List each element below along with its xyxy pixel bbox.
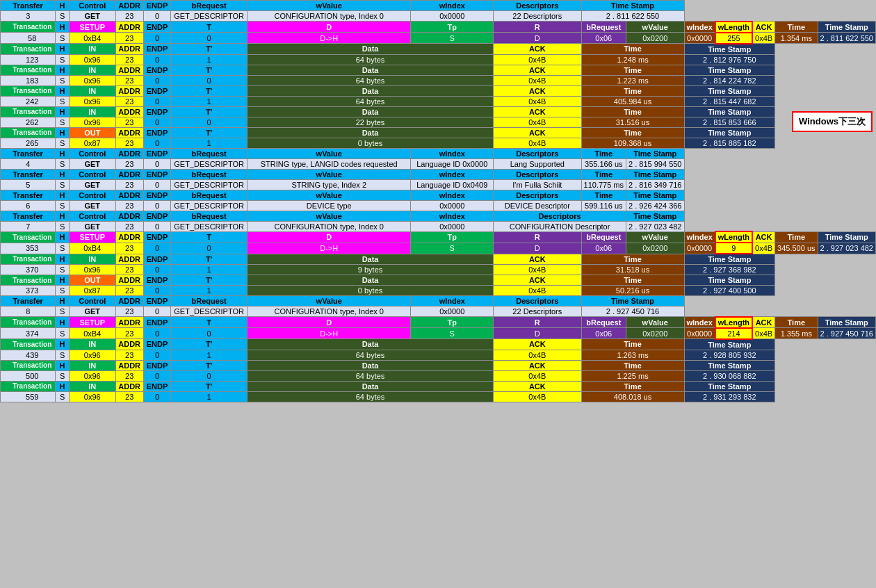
ts-370: 2 . 927 368 982 [684, 265, 775, 275]
t6-id: 6 [1, 200, 56, 211]
addr2-123: 23 [115, 54, 143, 65]
t7-breq: GET_DESCRIPTOR [171, 221, 248, 231]
endp-265: 0 [143, 138, 171, 148]
time-label-6: Time [581, 190, 626, 200]
endp-374: 0 [143, 328, 171, 339]
trans-183-id: 183 [1, 75, 56, 85]
transfer-8-data: 8 S GET 23 0 GET_DESCRIPTOR CONFIGURATIO… [1, 307, 876, 317]
timestamp-label: Time Stamp [581, 1, 684, 11]
addr2-439: 23 [115, 350, 143, 360]
t-353: 0 [171, 243, 248, 254]
addr2-559: 23 [115, 391, 143, 402]
endp-label-242: ENDP [143, 85, 171, 96]
s-242: S [56, 96, 69, 106]
t4-breq: GET_DESCRIPTOR [171, 158, 248, 169]
t-123: 1 [171, 54, 248, 65]
trans-label-353h: Transaction [1, 231, 56, 243]
t6-ts: 2 . 926 424 366 [626, 200, 684, 211]
trans-label-373h: Transaction [1, 275, 56, 286]
ack-label-262: ACK [494, 106, 581, 117]
endp-label-4: ENDP [143, 148, 171, 158]
ack-374: 0x4B [752, 328, 775, 339]
t5-control: GET [69, 179, 115, 190]
addr2-242: 23 [115, 96, 143, 106]
breq-374: 0x06 [581, 328, 626, 339]
endp-500: 0 [143, 370, 171, 381]
t7-id: 7 [1, 221, 56, 231]
wval-label-5: wValue [247, 169, 410, 179]
endp-353: 0 [143, 243, 171, 254]
transaction-370-header: Transaction H IN ADDR ENDP T' Data ACK T… [1, 254, 876, 265]
transfer-5-data: 5 S GET 23 0 GET_DESCRIPTOR STRING type,… [1, 179, 876, 190]
transfer-8-header: Transfer H Control ADDR ENDP bRequest wV… [1, 296, 876, 307]
t5-endp: 0 [143, 179, 171, 190]
addr2-370: 23 [115, 265, 143, 275]
s-353: S [56, 243, 69, 254]
ack-58: 0x4B [752, 33, 775, 44]
t-label-58: T [171, 22, 248, 33]
data-label-370: Data [247, 254, 493, 265]
transfer-7-header: Transfer H Control ADDR ENDP bRequest wV… [1, 211, 876, 221]
addr-label-7: ADDR [115, 211, 143, 221]
time-353: 345.500 us [775, 243, 818, 254]
endp-439: 0 [143, 350, 171, 360]
wind-374: 0x0000 [684, 328, 715, 339]
time-123: 1.248 ms [581, 54, 684, 65]
breq-label-7: bRequest [171, 211, 248, 221]
endp-label-123: ENDP [143, 44, 171, 55]
in-label-439: IN [69, 339, 115, 350]
time-label-439: Time [581, 339, 684, 350]
t8-control: GET [69, 307, 115, 317]
trans-374-id: 374 [1, 328, 56, 339]
transaction-183-data: 183 S 0x96 23 0 0 64 bytes 0x4B 1.223 ms… [1, 75, 876, 85]
ts-242: 2 . 815 447 682 [684, 96, 775, 106]
addr2-265: 23 [115, 138, 143, 148]
s-58: S [56, 33, 69, 44]
breq-353: 0x06 [581, 243, 626, 254]
control-label-7: Control [69, 211, 115, 221]
control-label-4: Control [69, 148, 115, 158]
addr-label-242: ADDR [115, 85, 143, 96]
s-500: S [56, 370, 69, 381]
ts-353: 2 . 927 023 482 [818, 243, 875, 254]
data-123: 64 bytes [247, 54, 493, 65]
h-58: H [56, 22, 69, 33]
wind-label-58: wIndex [684, 22, 715, 33]
addr-label-5: ADDR [115, 169, 143, 179]
transaction-242-data: 242 S 0x96 23 0 1 64 bytes 0x4B 405.984 … [1, 96, 876, 106]
h-439: H [56, 339, 69, 350]
time-label-242: Time [581, 85, 684, 96]
endp-label-370: ENDP [143, 254, 171, 265]
t6-desc: DEVICE Descriptor [494, 200, 581, 211]
data-373: 0 bytes [247, 286, 493, 296]
t6-wind: 0x0000 [411, 200, 494, 211]
addr-262: 0x96 [69, 117, 115, 127]
h-183: H [56, 65, 69, 75]
t7-wind: 0x0000 [411, 221, 494, 231]
wval-label-4: wValue [247, 148, 410, 158]
time-label-262: Time [581, 106, 684, 117]
transfer-label-4: Transfer [1, 148, 56, 158]
control-label: Control [69, 1, 115, 11]
wval-label-7: wValue [247, 211, 410, 221]
ts-label-5: Time Stamp [626, 169, 684, 179]
windex-label: wIndex [411, 1, 494, 11]
endp-label-6: ENDP [143, 190, 171, 200]
tp-353: S [411, 243, 494, 254]
time-label-373: Time [581, 275, 684, 286]
trans-label-439h: Transaction [1, 339, 56, 350]
ack-label-58: ACK [752, 22, 775, 33]
ts-label-183: Time Stamp [684, 65, 775, 75]
endp-label-5: ENDP [143, 169, 171, 179]
ts-439: 2 . 928 805 932 [684, 350, 775, 360]
h-t6: H [56, 190, 69, 200]
ack-label-374: ACK [752, 317, 775, 328]
r-353: D [494, 243, 581, 254]
h-559: H [56, 381, 69, 391]
d-label-353: D [247, 231, 410, 243]
t8-desc: 22 Descriptors [494, 307, 581, 317]
breq-label-4: bRequest [171, 148, 248, 158]
t7-ts: 2 . 927 023 482 [626, 221, 684, 231]
t-label-374: T [171, 317, 248, 328]
addr-label-8: ADDR [115, 296, 143, 307]
